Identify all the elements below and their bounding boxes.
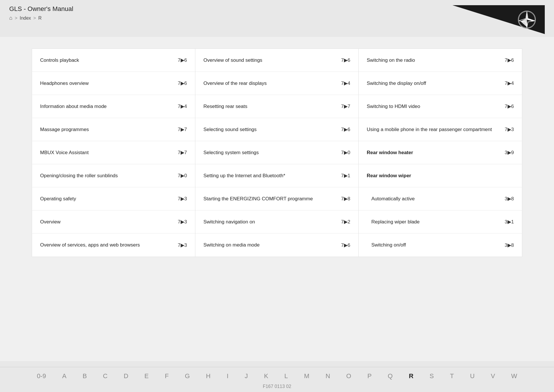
- alpha-item-r[interactable]: R: [401, 371, 422, 382]
- index-item-page: 7▶6: [178, 57, 187, 63]
- index-item-page: 7▶3: [178, 219, 187, 225]
- list-item[interactable]: Operating safety7▶3: [32, 187, 195, 210]
- index-item-page: 7▶6: [341, 57, 350, 63]
- index-item-page: 7▶3: [178, 242, 187, 248]
- logo-block: [452, 5, 545, 34]
- alpha-item-c[interactable]: C: [95, 371, 116, 382]
- breadcrumb-home-icon[interactable]: ⌂: [9, 15, 12, 21]
- index-item-label: Rear window wiper: [367, 172, 514, 179]
- index-item-page: 3▶8: [505, 196, 514, 202]
- index-item-label: Information about media mode: [40, 103, 174, 110]
- alpha-item-09[interactable]: 0-9: [29, 371, 54, 382]
- list-item[interactable]: MBUX Voice Assistant7▶7: [32, 141, 195, 164]
- main-content: Controls playback7▶6Headphones overview7…: [0, 37, 554, 361]
- index-item-page: 7▶7: [178, 150, 187, 156]
- alpha-item-l[interactable]: L: [276, 371, 296, 382]
- list-item[interactable]: Setting up the Internet and Bluetooth*7▶…: [195, 164, 358, 187]
- index-item-page: 3▶9: [505, 150, 514, 156]
- list-item[interactable]: Automatically active3▶8: [359, 187, 522, 210]
- index-item-page: 7▶3: [505, 126, 514, 132]
- index-item-label: Overview: [40, 219, 174, 225]
- list-item[interactable]: Switching on the radio7▶6: [359, 49, 522, 72]
- alpha-item-t[interactable]: T: [442, 371, 462, 382]
- app-title: GLS - Owner's Manual: [9, 5, 73, 13]
- list-item[interactable]: Switching on media mode7▶6: [195, 234, 358, 257]
- index-item-page: 7▶4: [505, 80, 514, 86]
- index-item-label: Switching on/off: [371, 242, 501, 249]
- alpha-item-e[interactable]: E: [136, 371, 157, 382]
- column-1: Controls playback7▶6Headphones overview7…: [32, 49, 195, 257]
- list-item[interactable]: Overview7▶3: [32, 210, 195, 234]
- header-logo: [452, 5, 545, 34]
- alpha-item-s[interactable]: S: [422, 371, 442, 382]
- index-item-label: Starting the ENERGIZING COMFORT programm…: [203, 195, 338, 202]
- index-item-label: Automatically active: [371, 195, 501, 202]
- alpha-item-d[interactable]: D: [116, 371, 136, 382]
- index-item-page: 7▶6: [341, 126, 350, 132]
- index-item-label: Overview of the rear displays: [203, 80, 338, 87]
- breadcrumb: ⌂ > Index > R: [9, 15, 73, 21]
- index-item-page: 7▶2: [341, 219, 350, 225]
- alpha-item-n[interactable]: N: [317, 371, 338, 382]
- alpha-item-u[interactable]: U: [462, 371, 483, 382]
- list-item[interactable]: Switching on/off3▶8: [359, 234, 522, 257]
- index-item-page: 7▶6: [178, 80, 187, 86]
- alpha-item-a[interactable]: A: [54, 371, 74, 382]
- list-item[interactable]: Overview of sound settings7▶6: [195, 49, 358, 72]
- list-item[interactable]: Information about media mode7▶4: [32, 95, 195, 118]
- list-item[interactable]: Opening/closing the roller sunblinds7▶0: [32, 164, 195, 187]
- alpha-item-w[interactable]: W: [503, 371, 525, 382]
- breadcrumb-sep2: >: [33, 16, 36, 21]
- alpha-item-i[interactable]: I: [219, 371, 237, 382]
- index-item-label: Switching navigation on: [203, 219, 338, 225]
- index-item-label: Rear window heater: [367, 149, 501, 156]
- alpha-item-f[interactable]: F: [157, 371, 177, 382]
- alpha-item-j[interactable]: J: [237, 371, 256, 382]
- alpha-item-b[interactable]: B: [74, 371, 95, 382]
- list-item[interactable]: Selecting system settings7▶0: [195, 141, 358, 164]
- list-item[interactable]: Switching to HDMI video7▶6: [359, 95, 522, 118]
- index-item-label: Selecting system settings: [203, 149, 338, 156]
- index-item-label: Switching on the radio: [367, 57, 501, 64]
- index-grid: Controls playback7▶6Headphones overview7…: [32, 48, 522, 257]
- alpha-item-g[interactable]: G: [177, 371, 198, 382]
- alpha-item-q[interactable]: Q: [380, 371, 401, 382]
- list-item[interactable]: Using a mobile phone in the rear passeng…: [359, 118, 522, 141]
- index-item-page: 7▶6: [505, 103, 514, 109]
- index-item-page: 7▶4: [178, 103, 187, 109]
- index-item-label: Controls playback: [40, 57, 174, 64]
- list-item[interactable]: Resetting rear seats7▶7: [195, 95, 358, 118]
- alpha-item-v[interactable]: V: [483, 371, 503, 382]
- index-item-label: Selecting sound settings: [203, 126, 338, 133]
- list-item[interactable]: Controls playback7▶6: [32, 49, 195, 72]
- list-item[interactable]: Selecting sound settings7▶6: [195, 118, 358, 141]
- list-item[interactable]: Rear window heater3▶9: [359, 141, 522, 164]
- list-item[interactable]: Switching navigation on7▶2: [195, 210, 358, 234]
- breadcrumb-sep1: >: [15, 16, 17, 21]
- index-item-page: 7▶6: [341, 242, 350, 248]
- list-item[interactable]: Switching the display on/off7▶4: [359, 72, 522, 95]
- alpha-item-h[interactable]: H: [198, 371, 219, 382]
- alpha-item-m[interactable]: M: [296, 371, 317, 382]
- index-item-page: 7▶6: [505, 57, 514, 63]
- index-item-page: 3▶1: [505, 219, 514, 225]
- index-item-label: Switching the display on/off: [367, 80, 501, 87]
- column-3: Switching on the radio7▶6Switching the d…: [359, 49, 522, 257]
- list-item[interactable]: Rear window wiper: [359, 164, 522, 187]
- alpha-item-p[interactable]: P: [359, 371, 380, 382]
- list-item[interactable]: Overview of the rear displays7▶4: [195, 72, 358, 95]
- index-item-label: Headphones overview: [40, 80, 174, 87]
- alpha-item-k[interactable]: K: [256, 371, 276, 382]
- list-item[interactable]: Replacing wiper blade3▶1: [359, 210, 522, 234]
- index-item-label: Opening/closing the roller sunblinds: [40, 172, 174, 179]
- breadcrumb-index[interactable]: Index: [20, 16, 31, 21]
- index-item-label: Resetting rear seats: [203, 103, 338, 110]
- list-item[interactable]: Massage programmes7▶7: [32, 118, 195, 141]
- index-item-label: Replacing wiper blade: [371, 219, 501, 225]
- list-item[interactable]: Headphones overview7▶6: [32, 72, 195, 95]
- list-item[interactable]: Starting the ENERGIZING COMFORT programm…: [195, 187, 358, 210]
- index-item-label: Using a mobile phone in the rear passeng…: [367, 126, 501, 133]
- alpha-item-o[interactable]: O: [338, 371, 359, 382]
- index-item-page: 7▶1: [341, 173, 350, 179]
- list-item[interactable]: Overview of services, apps and web brows…: [32, 234, 195, 257]
